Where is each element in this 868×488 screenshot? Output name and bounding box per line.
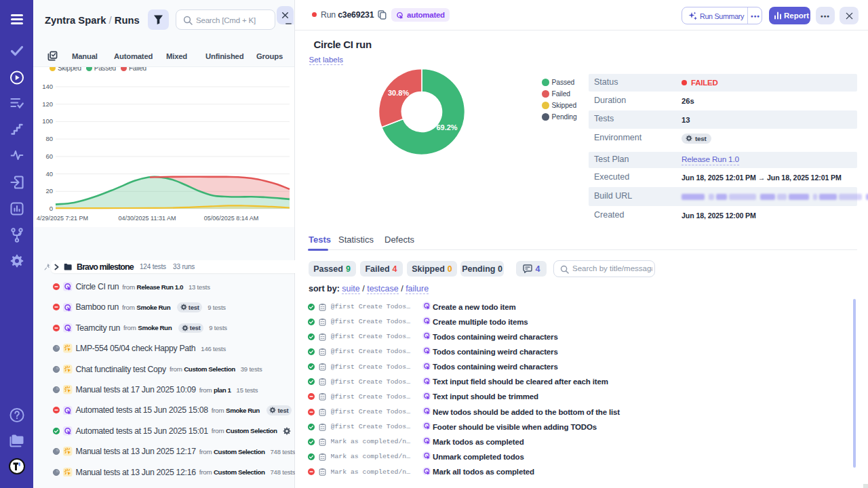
svg-text:4/29/2025 7:21 PM: 4/29/2025 7:21 PM [37,215,88,222]
svg-text:20: 20 [45,187,53,195]
svg-text:0: 0 [50,205,53,212]
svg-text:80: 80 [45,135,53,142]
svg-text:05/06/2025 8:14 AM: 05/06/2025 8:14 AM [204,215,259,222]
svg-text:04/30/2025 11:31 AM: 04/30/2025 11:31 AM [119,215,176,222]
svg-text:60: 60 [45,152,53,160]
svg-text:30.8%: 30.8% [388,89,409,97]
svg-text:40: 40 [45,170,53,178]
svg-text:120: 120 [42,100,53,108]
svg-text:140: 140 [42,83,53,90]
svg-text:100: 100 [42,117,53,125]
svg-text:69.2%: 69.2% [436,123,457,131]
